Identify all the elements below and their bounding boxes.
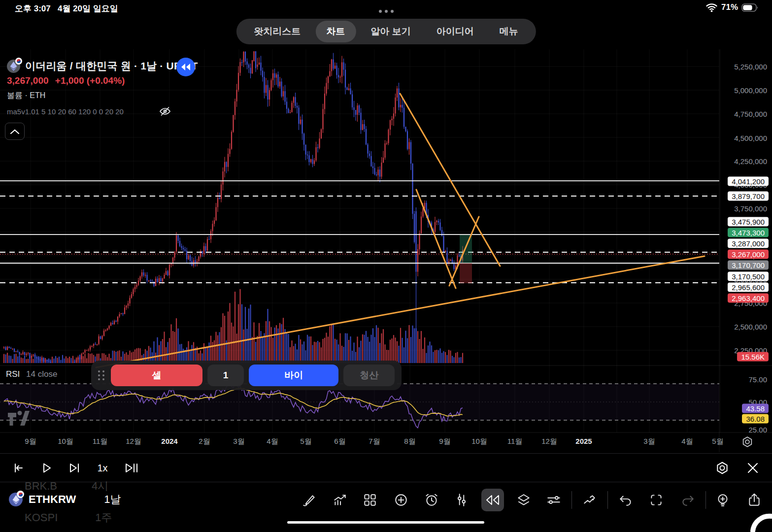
time-tick: 10월: [471, 437, 487, 446]
replay-rewind-fab[interactable]: [176, 58, 195, 76]
timezone-icon[interactable]: [741, 435, 754, 450]
time-tick: 2월: [199, 437, 210, 446]
time-tick: 5월: [300, 437, 311, 446]
time-tick: 11월: [507, 437, 523, 446]
time-tick: 10월: [58, 437, 73, 446]
drag-handle-icon[interactable]: [98, 370, 105, 380]
rsi-tick: 75.00: [748, 375, 767, 384]
rsi-tick: 25.00: [748, 426, 767, 434]
close-position-button[interactable]: 청산: [343, 365, 395, 386]
current-interval[interactable]: 1날: [104, 492, 121, 507]
rsi-badge: 43.58: [742, 404, 769, 413]
price-badge: 3,170,500: [728, 272, 769, 281]
tab-menu[interactable]: 메뉴: [489, 21, 529, 42]
tradingview-watermark: [7, 410, 31, 429]
eth-coin-icon-small: [9, 493, 23, 506]
time-tick: 11월: [93, 437, 108, 446]
time-tick: 7월: [369, 437, 380, 446]
app-screen: 오후 3:07 4월 20일 일요일 71% 왓치리스트 차트 알아 보기 아이…: [0, 0, 772, 532]
time-tick: 9월: [439, 437, 450, 446]
price-tick: 5,000,000: [734, 86, 767, 95]
kr-flag-badge-small: [17, 491, 24, 498]
sell-button[interactable]: 셀: [111, 365, 202, 386]
tab-watchlist[interactable]: 왓치리스트: [243, 21, 311, 42]
rsi-pane-label[interactable]: RSI 14 close: [6, 369, 57, 379]
price-badge: 3,473,300: [728, 228, 769, 237]
price-badge: 4,041,200: [728, 177, 769, 186]
price-tick: 4,500,000: [734, 134, 767, 142]
price-badge: 3,287,000: [728, 239, 769, 248]
time-tick: 12월: [541, 437, 557, 446]
symbol-header: 이더리움 / 대한민국 원 · 1날 · UPBIT: [7, 59, 198, 73]
price-badge: 3,170,700: [728, 261, 769, 270]
price-tick: 5,250,000: [734, 63, 767, 71]
chart-canvas[interactable]: [0, 0, 772, 532]
corner-arc-decoration: [744, 508, 772, 532]
time-tick: 3월: [643, 437, 655, 446]
price-axis[interactable]: 5,250,0005,000,0004,750,0004,500,0004,25…: [717, 0, 772, 453]
symbol-title[interactable]: 이더리움 / 대한민국 원 · 1날 · UPBIT: [25, 59, 198, 73]
tab-ideas[interactable]: 아이디어: [426, 21, 485, 42]
price-tick: 4,750,000: [734, 110, 767, 118]
time-tick: 9월: [25, 437, 36, 446]
time-axis[interactable]: 9월10월11월12월20242월3월4월5월6월7월8월9월10월11월12월…: [0, 437, 739, 450]
time-tick: 4월: [681, 437, 693, 446]
time-tick: 3월: [233, 437, 244, 446]
collapse-header-button[interactable]: [5, 123, 25, 140]
eth-coin-icon: [7, 60, 20, 73]
current-symbol: ETHKRW: [29, 493, 76, 506]
rsi-params: 14 close: [26, 369, 57, 379]
time-tick: 2025: [575, 437, 592, 445]
price-badge: 3,475,900: [728, 217, 769, 227]
kr-flag-badge: [15, 58, 22, 65]
price-badge: 2,965,600: [728, 283, 769, 292]
tab-explore[interactable]: 알아 보기: [360, 21, 421, 42]
time-tick: 2024: [161, 437, 177, 445]
time-tick: 8월: [404, 437, 415, 446]
eye-off-icon[interactable]: [159, 105, 171, 120]
price-badge: 3,267,000: [728, 250, 769, 259]
price-tick: 4,250,000: [734, 157, 767, 166]
order-panel: 셀 1 바이 청산: [91, 361, 402, 390]
home-indicator[interactable]: [287, 521, 484, 524]
price-badge: 15.56K: [737, 352, 769, 362]
price-tick: 2,500,000: [734, 323, 767, 331]
tab-chart[interactable]: 차트: [315, 21, 356, 42]
rsi-badge: 36.08: [742, 414, 769, 424]
price-badge: 2,963,400: [728, 294, 769, 303]
symbol-selector[interactable]: ETHKRW 1날: [9, 492, 121, 507]
qty-button[interactable]: 1: [207, 365, 244, 386]
price-badge: 3,879,700: [728, 192, 769, 201]
price-tick: 3,750,000: [734, 204, 767, 213]
top-nav-tabbar: 왓치리스트 차트 알아 보기 아이디어 메뉴: [236, 19, 536, 44]
time-tick: 12월: [126, 437, 141, 446]
time-tick: 6월: [334, 437, 345, 446]
time-tick: 5월: [712, 437, 723, 446]
time-tick: 4월: [267, 437, 278, 446]
rsi-title: RSI: [6, 369, 20, 379]
buy-button[interactable]: 바이: [249, 365, 338, 386]
